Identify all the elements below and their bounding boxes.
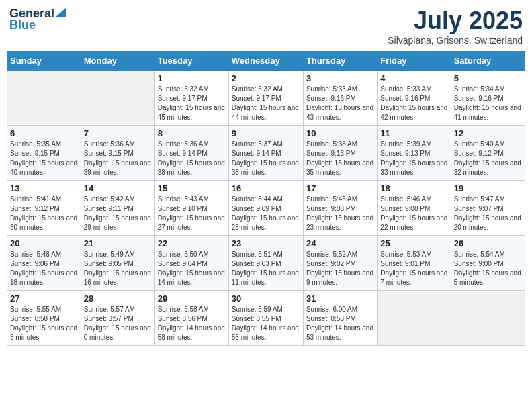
day-number: 19 — [454, 183, 522, 193]
calendar-day-cell: 4Sunrise: 5:33 AMSunset: 9:16 PMDaylight… — [378, 71, 451, 126]
day-info: Sunrise: 5:35 AMSunset: 9:15 PMDaylight:… — [10, 140, 78, 177]
calendar-day-cell: 24Sunrise: 5:52 AMSunset: 9:02 PMDayligh… — [303, 236, 377, 291]
day-info: Sunrise: 5:40 AMSunset: 9:12 PMDaylight:… — [454, 140, 522, 177]
calendar-week-row: 13Sunrise: 5:41 AMSunset: 9:12 PMDayligh… — [7, 181, 525, 236]
calendar-day-cell: 16Sunrise: 5:44 AMSunset: 9:09 PMDayligh… — [228, 181, 303, 236]
calendar-day-cell — [81, 71, 154, 126]
calendar-header-cell: Tuesday — [154, 52, 228, 71]
svg-marker-0 — [56, 7, 66, 17]
day-info: Sunrise: 5:57 AMSunset: 8:57 PMDaylight:… — [84, 305, 152, 342]
day-number: 13 — [10, 183, 78, 193]
day-number: 7 — [84, 128, 152, 138]
calendar-day-cell: 29Sunrise: 5:58 AMSunset: 8:56 PMDayligh… — [154, 291, 228, 346]
day-number: 17 — [306, 183, 374, 193]
day-info: Sunrise: 5:36 AMSunset: 9:14 PMDaylight:… — [158, 140, 226, 177]
calendar-header-cell: Friday — [378, 52, 451, 71]
day-number: 24 — [306, 238, 374, 248]
calendar-day-cell: 1Sunrise: 5:32 AMSunset: 9:17 PMDaylight… — [154, 71, 228, 126]
logo-arrow-icon — [56, 7, 66, 19]
calendar-day-cell: 11Sunrise: 5:39 AMSunset: 9:13 PMDayligh… — [378, 126, 451, 181]
day-info: Sunrise: 5:50 AMSunset: 9:04 PMDaylight:… — [158, 250, 226, 287]
calendar-day-cell: 6Sunrise: 5:35 AMSunset: 9:15 PMDaylight… — [7, 126, 81, 181]
day-number: 8 — [158, 128, 226, 138]
day-number: 23 — [232, 238, 300, 248]
day-number: 20 — [10, 238, 78, 248]
day-info: Sunrise: 5:52 AMSunset: 9:02 PMDaylight:… — [306, 250, 374, 287]
day-info: Sunrise: 5:36 AMSunset: 9:15 PMDaylight:… — [84, 140, 152, 177]
calendar-day-cell — [378, 291, 451, 346]
calendar-day-cell: 12Sunrise: 5:40 AMSunset: 9:12 PMDayligh… — [451, 126, 525, 181]
day-number: 22 — [158, 238, 226, 248]
logo-blue-text: Blue — [9, 18, 36, 32]
calendar-day-cell: 5Sunrise: 5:34 AMSunset: 9:16 PMDaylight… — [451, 71, 525, 126]
location: Silvaplana, Grisons, Switzerland — [388, 35, 523, 46]
calendar-day-cell: 17Sunrise: 5:45 AMSunset: 9:08 PMDayligh… — [303, 181, 377, 236]
day-number: 29 — [158, 293, 226, 304]
calendar-header-cell: Wednesday — [228, 52, 303, 71]
day-number: 28 — [84, 293, 152, 304]
day-info: Sunrise: 5:32 AMSunset: 9:17 PMDaylight:… — [158, 85, 226, 122]
calendar-week-row: 1Sunrise: 5:32 AMSunset: 9:17 PMDaylight… — [7, 71, 525, 126]
day-number: 4 — [380, 73, 447, 83]
day-number: 9 — [232, 128, 300, 138]
day-info: Sunrise: 5:48 AMSunset: 9:06 PMDaylight:… — [10, 250, 78, 287]
calendar-day-cell: 15Sunrise: 5:43 AMSunset: 9:10 PMDayligh… — [154, 181, 228, 236]
day-number: 14 — [84, 183, 152, 193]
day-info: Sunrise: 5:41 AMSunset: 9:12 PMDaylight:… — [10, 195, 78, 232]
day-info: Sunrise: 5:33 AMSunset: 9:16 PMDaylight:… — [306, 85, 374, 122]
calendar-day-cell: 2Sunrise: 5:32 AMSunset: 9:17 PMDaylight… — [228, 71, 303, 126]
day-info: Sunrise: 5:53 AMSunset: 9:01 PMDaylight:… — [380, 250, 447, 287]
day-number: 27 — [10, 293, 78, 304]
calendar-day-cell: 25Sunrise: 5:53 AMSunset: 9:01 PMDayligh… — [378, 236, 451, 291]
calendar-week-row: 27Sunrise: 5:55 AMSunset: 8:58 PMDayligh… — [7, 291, 525, 346]
day-number: 1 — [158, 73, 226, 83]
page-header: General Blue July 2025 Silvaplana, Griso… — [7, 7, 525, 46]
calendar-day-cell: 8Sunrise: 5:36 AMSunset: 9:14 PMDaylight… — [154, 126, 228, 181]
day-info: Sunrise: 5:33 AMSunset: 9:16 PMDaylight:… — [380, 85, 447, 122]
calendar-header-row: SundayMondayTuesdayWednesdayThursdayFrid… — [7, 52, 525, 71]
day-info: Sunrise: 5:54 AMSunset: 9:00 PMDaylight:… — [454, 250, 522, 287]
day-number: 11 — [380, 128, 447, 138]
calendar-day-cell: 22Sunrise: 5:50 AMSunset: 9:04 PMDayligh… — [154, 236, 228, 291]
day-number: 12 — [454, 128, 522, 138]
calendar-week-row: 20Sunrise: 5:48 AMSunset: 9:06 PMDayligh… — [7, 236, 525, 291]
calendar-header-cell: Monday — [81, 52, 154, 71]
calendar-day-cell: 31Sunrise: 6:00 AMSunset: 8:53 PMDayligh… — [303, 291, 377, 346]
calendar-header-cell: Saturday — [451, 52, 525, 71]
day-number: 16 — [232, 183, 300, 193]
calendar-day-cell: 18Sunrise: 5:46 AMSunset: 9:08 PMDayligh… — [378, 181, 451, 236]
day-number: 30 — [232, 293, 300, 304]
day-info: Sunrise: 5:59 AMSunset: 8:55 PMDaylight:… — [232, 305, 300, 342]
day-info: Sunrise: 5:45 AMSunset: 9:08 PMDaylight:… — [306, 195, 374, 232]
day-info: Sunrise: 5:39 AMSunset: 9:13 PMDaylight:… — [380, 140, 447, 177]
day-number: 5 — [454, 73, 522, 83]
day-info: Sunrise: 5:46 AMSunset: 9:08 PMDaylight:… — [380, 195, 447, 232]
day-number: 25 — [380, 238, 447, 248]
calendar-week-row: 6Sunrise: 5:35 AMSunset: 9:15 PMDaylight… — [7, 126, 525, 181]
calendar-day-cell: 9Sunrise: 5:37 AMSunset: 9:14 PMDaylight… — [228, 126, 303, 181]
day-info: Sunrise: 5:34 AMSunset: 9:16 PMDaylight:… — [454, 85, 522, 122]
calendar-day-cell: 19Sunrise: 5:47 AMSunset: 9:07 PMDayligh… — [451, 181, 525, 236]
day-info: Sunrise: 5:47 AMSunset: 9:07 PMDaylight:… — [454, 195, 522, 232]
day-info: Sunrise: 5:51 AMSunset: 9:03 PMDaylight:… — [232, 250, 300, 287]
calendar-day-cell: 21Sunrise: 5:49 AMSunset: 9:05 PMDayligh… — [81, 236, 154, 291]
day-info: Sunrise: 5:49 AMSunset: 9:05 PMDaylight:… — [84, 250, 152, 287]
day-number: 31 — [306, 293, 374, 304]
logo: General Blue — [9, 7, 66, 32]
day-info: Sunrise: 5:38 AMSunset: 9:13 PMDaylight:… — [306, 140, 374, 177]
day-info: Sunrise: 5:42 AMSunset: 9:11 PMDaylight:… — [84, 195, 152, 232]
day-info: Sunrise: 5:44 AMSunset: 9:09 PMDaylight:… — [232, 195, 300, 232]
calendar-day-cell: 30Sunrise: 5:59 AMSunset: 8:55 PMDayligh… — [228, 291, 303, 346]
calendar-body: 1Sunrise: 5:32 AMSunset: 9:17 PMDaylight… — [7, 71, 525, 346]
calendar-header-cell: Sunday — [7, 52, 81, 71]
calendar-day-cell — [7, 71, 81, 126]
calendar-day-cell: 14Sunrise: 5:42 AMSunset: 9:11 PMDayligh… — [81, 181, 154, 236]
day-info: Sunrise: 6:00 AMSunset: 8:53 PMDaylight:… — [306, 305, 374, 342]
day-info: Sunrise: 5:43 AMSunset: 9:10 PMDaylight:… — [158, 195, 226, 232]
day-info: Sunrise: 5:32 AMSunset: 9:17 PMDaylight:… — [232, 85, 300, 122]
day-number: 18 — [380, 183, 447, 193]
calendar-day-cell: 7Sunrise: 5:36 AMSunset: 9:15 PMDaylight… — [81, 126, 154, 181]
day-info: Sunrise: 5:37 AMSunset: 9:14 PMDaylight:… — [232, 140, 300, 177]
calendar-day-cell: 27Sunrise: 5:55 AMSunset: 8:58 PMDayligh… — [7, 291, 81, 346]
day-number: 26 — [454, 238, 522, 248]
